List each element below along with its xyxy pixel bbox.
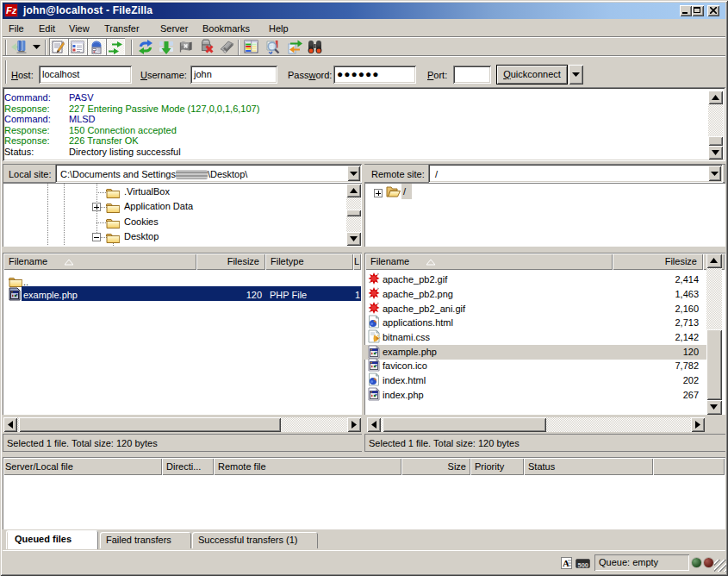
svg-text:Fz: Fz	[6, 5, 17, 16]
svg-text:500: 500	[578, 561, 589, 569]
